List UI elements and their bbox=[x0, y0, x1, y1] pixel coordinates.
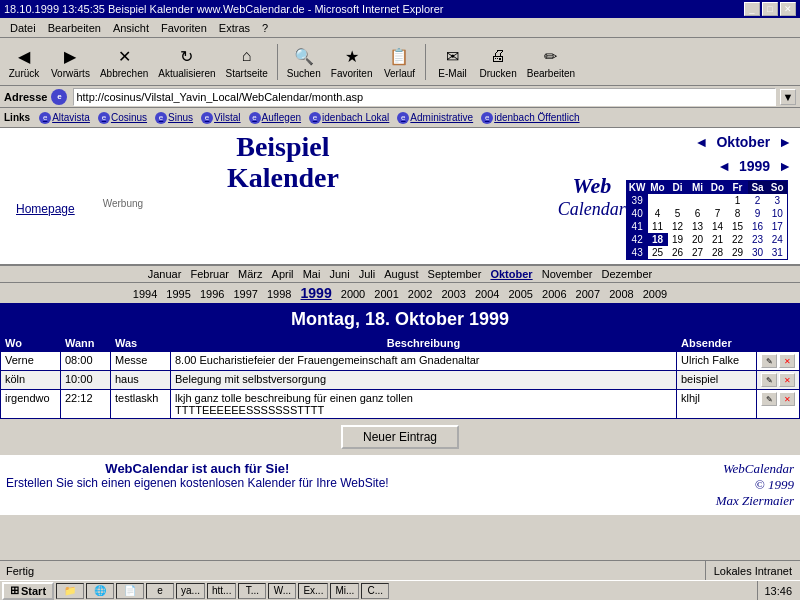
year-2000[interactable]: 2000 bbox=[338, 288, 368, 300]
minimize-button[interactable]: _ bbox=[744, 2, 760, 16]
mini-cal-day-4[interactable]: 4 bbox=[648, 207, 668, 220]
mini-cal-day-7[interactable]: 7 bbox=[708, 207, 728, 220]
year-1994[interactable]: 1994 bbox=[130, 288, 160, 300]
history-button[interactable]: 📋 Verlauf bbox=[379, 41, 419, 82]
address-dropdown[interactable]: ▼ bbox=[780, 89, 796, 105]
prev-month-button[interactable]: ◄ bbox=[695, 134, 709, 150]
mini-cal-day-27[interactable]: 27 bbox=[688, 246, 708, 260]
mini-cal-day-23[interactable]: 23 bbox=[748, 233, 768, 246]
mini-cal-day-empty-4[interactable] bbox=[708, 194, 728, 207]
menu-bearbeiten[interactable]: Bearbeiten bbox=[42, 21, 107, 35]
mini-cal-day-31[interactable]: 31 bbox=[768, 246, 788, 260]
mini-cal-day-18-today[interactable]: 18 bbox=[648, 233, 668, 246]
year-2006[interactable]: 2006 bbox=[539, 288, 569, 300]
month-mai[interactable]: Mai bbox=[300, 268, 324, 280]
email-button[interactable]: ✉ E-Mail bbox=[432, 41, 472, 82]
mini-cal-day-30[interactable]: 30 bbox=[748, 246, 768, 260]
year-2002[interactable]: 2002 bbox=[405, 288, 435, 300]
link-vilstal[interactable]: e Vilstal bbox=[198, 112, 244, 124]
link-idenbach-oeff[interactable]: e idenbach Öffentlich bbox=[478, 112, 582, 124]
link-administrative[interactable]: e Administrative bbox=[394, 112, 476, 124]
mini-cal-day-24[interactable]: 24 bbox=[768, 233, 788, 246]
taskbar-item-t[interactable]: T... bbox=[238, 583, 266, 599]
mini-cal-day-19[interactable]: 19 bbox=[668, 233, 688, 246]
prev-year-button[interactable]: ◄ bbox=[717, 158, 731, 174]
link-idenbach-lokal[interactable]: e idenbach Lokal bbox=[306, 112, 392, 124]
home-button[interactable]: ⌂ Startseite bbox=[223, 41, 271, 82]
mini-cal-day-empty-3[interactable] bbox=[688, 194, 708, 207]
next-month-button[interactable]: ► bbox=[778, 134, 792, 150]
mini-cal-day-20[interactable]: 20 bbox=[688, 233, 708, 246]
mini-cal-day-22[interactable]: 22 bbox=[728, 233, 748, 246]
mini-cal-day-3[interactable]: 3 bbox=[768, 194, 788, 207]
month-oktober-active[interactable]: Oktober bbox=[487, 268, 535, 280]
month-september[interactable]: September bbox=[425, 268, 485, 280]
taskbar-item-2[interactable]: 🌐 bbox=[86, 583, 114, 599]
favorites-button[interactable]: ★ Favoriten bbox=[328, 41, 376, 82]
link-cosinus[interactable]: e Cosinus bbox=[95, 112, 150, 124]
year-1998[interactable]: 1998 bbox=[264, 288, 294, 300]
menu-extras[interactable]: Extras bbox=[213, 21, 256, 35]
year-2003[interactable]: 2003 bbox=[438, 288, 468, 300]
taskbar-item-4[interactable]: e bbox=[146, 583, 174, 599]
menu-datei[interactable]: Datei bbox=[4, 21, 42, 35]
mini-cal-day-1[interactable]: 1 bbox=[728, 194, 748, 207]
edit-event-0[interactable]: ✎ bbox=[761, 354, 777, 368]
edit-event-2[interactable]: ✎ bbox=[761, 392, 777, 406]
month-februar[interactable]: Februar bbox=[187, 268, 232, 280]
mini-cal-day-5[interactable]: 5 bbox=[668, 207, 688, 220]
delete-event-2[interactable]: ✕ bbox=[779, 392, 795, 406]
taskbar-item-1[interactable]: 📁 bbox=[56, 583, 84, 599]
content-scroll[interactable]: Beispiel Kalender Homepage Werbung Web C… bbox=[0, 128, 800, 526]
back-button[interactable]: ◀ Zurück bbox=[4, 41, 44, 82]
taskbar-item-htt[interactable]: htt... bbox=[207, 583, 236, 599]
address-input[interactable] bbox=[73, 88, 776, 106]
maximize-button[interactable]: □ bbox=[762, 2, 778, 16]
taskbar-item-mi[interactable]: Mi... bbox=[330, 583, 359, 599]
taskbar-item-3[interactable]: 📄 bbox=[116, 583, 144, 599]
mini-cal-day-10[interactable]: 10 bbox=[768, 207, 788, 220]
year-1995[interactable]: 1995 bbox=[163, 288, 193, 300]
month-juni[interactable]: Juni bbox=[326, 268, 352, 280]
taskbar-item-w[interactable]: W... bbox=[268, 583, 296, 599]
mini-cal-day-13[interactable]: 13 bbox=[688, 220, 708, 233]
mini-cal-day-9[interactable]: 9 bbox=[748, 207, 768, 220]
year-1999-active[interactable]: 1999 bbox=[298, 285, 335, 301]
year-1997[interactable]: 1997 bbox=[230, 288, 260, 300]
mini-cal-day-11[interactable]: 11 bbox=[648, 220, 668, 233]
mini-cal-day-16[interactable]: 16 bbox=[748, 220, 768, 233]
mini-cal-day-28[interactable]: 28 bbox=[708, 246, 728, 260]
mini-cal-day-8[interactable]: 8 bbox=[728, 207, 748, 220]
stop-button[interactable]: ✕ Abbrechen bbox=[97, 41, 151, 82]
close-button[interactable]: ✕ bbox=[780, 2, 796, 16]
mini-cal-day-29[interactable]: 29 bbox=[728, 246, 748, 260]
mini-cal-day-21[interactable]: 21 bbox=[708, 233, 728, 246]
menu-ansicht[interactable]: Ansicht bbox=[107, 21, 155, 35]
mini-cal-day-12[interactable]: 12 bbox=[668, 220, 688, 233]
delete-event-0[interactable]: ✕ bbox=[779, 354, 795, 368]
menu-help[interactable]: ? bbox=[256, 21, 274, 35]
taskbar-item-ya[interactable]: ya... bbox=[176, 583, 205, 599]
month-dezember[interactable]: Dezember bbox=[599, 268, 656, 280]
mini-cal-day-25[interactable]: 25 bbox=[648, 246, 668, 260]
month-juli[interactable]: Juli bbox=[356, 268, 379, 280]
year-2008[interactable]: 2008 bbox=[606, 288, 636, 300]
taskbar-item-ex[interactable]: Ex... bbox=[298, 583, 328, 599]
homepage-link[interactable]: Homepage bbox=[8, 198, 83, 220]
month-maerz[interactable]: März bbox=[235, 268, 265, 280]
year-2007[interactable]: 2007 bbox=[573, 288, 603, 300]
year-2005[interactable]: 2005 bbox=[506, 288, 536, 300]
new-entry-button[interactable]: Neuer Eintrag bbox=[341, 425, 459, 449]
mini-cal-day-empty-2[interactable] bbox=[668, 194, 688, 207]
refresh-button[interactable]: ↻ Aktualisieren bbox=[155, 41, 218, 82]
search-button[interactable]: 🔍 Suchen bbox=[284, 41, 324, 82]
year-2009[interactable]: 2009 bbox=[640, 288, 670, 300]
month-april[interactable]: April bbox=[269, 268, 297, 280]
mini-cal-day-14[interactable]: 14 bbox=[708, 220, 728, 233]
edit-event-1[interactable]: ✎ bbox=[761, 373, 777, 387]
mini-cal-day-17[interactable]: 17 bbox=[768, 220, 788, 233]
print-button[interactable]: 🖨 Drucken bbox=[476, 41, 519, 82]
month-november[interactable]: November bbox=[539, 268, 596, 280]
delete-event-1[interactable]: ✕ bbox=[779, 373, 795, 387]
year-1996[interactable]: 1996 bbox=[197, 288, 227, 300]
